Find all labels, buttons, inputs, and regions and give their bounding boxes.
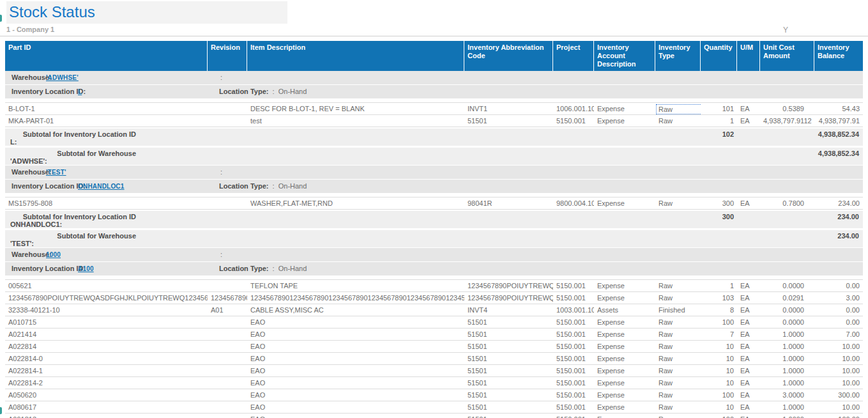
column-header-inv-acct-desc[interactable]: Inventory Account Description <box>594 41 655 71</box>
cell-revision[interactable]: 1234567890 <box>208 292 247 304</box>
cell-quantity[interactable]: 10 <box>701 401 737 413</box>
cell-part-id[interactable]: A022814 <box>5 341 208 352</box>
cell-project[interactable]: 5150.001 <box>553 414 594 418</box>
cell-inv-type[interactable]: Raw <box>655 341 701 352</box>
cell-inv-abbrev[interactable]: 51501 <box>464 115 553 127</box>
cell-um[interactable]: EA <box>737 353 760 364</box>
cell-unit-cost[interactable]: 1.0000 <box>760 401 814 413</box>
cell-inv-acct-desc[interactable]: Expense <box>594 389 655 401</box>
cell-inv-type[interactable]: Raw <box>655 280 701 291</box>
cell-inv-abbrev[interactable]: 51501 <box>464 365 553 376</box>
cell-part-id[interactable]: A022814-1 <box>5 365 208 376</box>
cell-inv-acct-desc[interactable]: Expense <box>594 197 655 209</box>
cell-inv-type[interactable]: Raw <box>655 365 701 376</box>
cell-inv-abbrev[interactable]: 51501 <box>464 414 553 418</box>
cell-unit-cost[interactable]: 1.0000 <box>760 365 814 376</box>
cell-inv-abbrev[interactable]: INVT4 <box>464 304 553 316</box>
cell-revision[interactable] <box>208 280 247 291</box>
cell-inv-acct-desc[interactable]: Expense <box>594 329 655 340</box>
cell-project[interactable]: 1003.001.10 <box>553 304 594 316</box>
column-header-part-id[interactable]: Part ID <box>5 41 208 71</box>
column-header-revision[interactable]: Revision <box>208 41 247 71</box>
cell-unit-cost[interactable]: 0.0000 <box>760 304 814 316</box>
cell-part-id[interactable]: A050620 <box>5 389 208 401</box>
cell-um[interactable]: EA <box>737 389 760 401</box>
cell-inv-acct-desc[interactable]: Expense <box>594 365 655 376</box>
cell-quantity[interactable]: 300 <box>701 197 737 209</box>
cell-inv-acct-desc[interactable]: Expense <box>594 115 655 127</box>
cell-inv-acct-desc[interactable]: Expense <box>594 414 655 418</box>
cell-item-description[interactable]: DESC FOR B-LOT-1, REV = BLANK <box>247 103 464 114</box>
cell-inv-abbrev[interactable]: INVT1 <box>464 103 553 114</box>
cell-um[interactable]: EA <box>737 414 760 418</box>
cell-um[interactable]: EA <box>737 103 760 114</box>
column-header-inv-type[interactable]: Inventory Type <box>655 41 701 71</box>
cell-quantity[interactable]: 1 <box>701 280 737 291</box>
cell-project[interactable]: 5150.001 <box>553 280 594 291</box>
cell-um[interactable]: EA <box>737 401 760 413</box>
cell-part-id[interactable]: MKA-PART-01 <box>5 115 208 127</box>
cell-inv-abbrev[interactable]: 51501 <box>464 353 553 364</box>
column-header-um[interactable]: U/M <box>737 41 760 71</box>
cell-revision[interactable] <box>208 401 247 413</box>
cell-quantity[interactable]: 100 <box>701 389 737 401</box>
cell-unit-cost[interactable]: 0.5389 <box>760 103 814 114</box>
cell-item-description[interactable]: WASHER,FLAT-MET,RND <box>247 197 464 209</box>
cell-um[interactable]: EA <box>737 304 760 316</box>
cell-part-id[interactable]: A021414 <box>5 329 208 340</box>
cell-quantity[interactable]: 10 <box>701 353 737 364</box>
cell-unit-cost[interactable]: 1.0000 <box>760 414 814 418</box>
cell-inv-balance[interactable]: 4,938,797.91 <box>814 115 863 127</box>
cell-um[interactable]: EA <box>737 365 760 376</box>
cell-revision[interactable] <box>208 316 247 328</box>
cell-quantity[interactable]: 100 <box>701 414 737 418</box>
inventory-location-link[interactable]: A100 <box>78 265 94 272</box>
cell-revision[interactable] <box>208 115 247 127</box>
cell-item-description[interactable]: EAO <box>247 329 464 340</box>
cell-part-id[interactable]: B-LOT-1 <box>5 103 208 114</box>
cell-unit-cost[interactable]: 3.0000 <box>760 389 814 401</box>
cell-inv-abbrev[interactable]: 1234567890POIUYTREWQ <box>464 280 553 291</box>
cell-inv-balance[interactable]: 10.00 <box>814 401 863 413</box>
cell-inv-abbrev[interactable]: 1234567890POIUYTREWQ <box>464 292 553 304</box>
cell-unit-cost[interactable]: 0.0291 <box>760 292 814 304</box>
cell-unit-cost[interactable]: 1.0000 <box>760 329 814 340</box>
cell-um[interactable]: EA <box>737 316 760 328</box>
cell-part-id[interactable]: A091813 <box>5 414 208 418</box>
cell-um[interactable]: EA <box>737 292 760 304</box>
cell-inv-balance[interactable]: 300.00 <box>814 389 863 401</box>
cell-inv-abbrev[interactable]: 51501 <box>464 341 553 352</box>
cell-part-id[interactable]: A080617 <box>5 401 208 413</box>
cell-part-id[interactable]: 32338-40121-10 <box>5 304 208 316</box>
cell-inv-balance[interactable]: 10.00 <box>814 377 863 389</box>
cell-part-id[interactable]: A010715 <box>5 316 208 328</box>
cell-inv-type[interactable]: Raw <box>655 414 701 418</box>
cell-revision[interactable] <box>208 341 247 352</box>
cell-um[interactable]: EA <box>737 197 760 209</box>
cell-inv-abbrev[interactable]: 51501 <box>464 377 553 389</box>
cell-revision[interactable] <box>208 353 247 364</box>
cell-unit-cost[interactable]: 0.0000 <box>760 316 814 328</box>
cell-project[interactable]: 5150.001 <box>553 316 594 328</box>
cell-quantity[interactable]: 8 <box>701 304 737 316</box>
cell-inv-balance[interactable]: 7.00 <box>814 329 863 340</box>
column-header-unit-cost[interactable]: Unit Cost Amount <box>760 41 814 71</box>
cell-quantity[interactable]: 1 <box>701 115 737 127</box>
cell-inv-type[interactable]: Raw <box>655 115 701 127</box>
cell-um[interactable]: EA <box>737 115 760 127</box>
cell-item-description[interactable]: test <box>247 115 464 127</box>
warehouse-link[interactable]: 'TEST' <box>46 169 66 176</box>
cell-inv-acct-desc[interactable]: Expense <box>594 103 655 114</box>
cell-project[interactable]: 9800.004.10 <box>553 197 594 209</box>
cell-inv-abbrev[interactable]: 98041R <box>464 197 553 209</box>
cell-part-id[interactable]: 005621 <box>5 280 208 291</box>
cell-unit-cost[interactable]: 0.0000 <box>760 280 814 291</box>
cell-project[interactable]: 5150.001 <box>553 115 594 127</box>
cell-inv-abbrev[interactable]: 51501 <box>464 329 553 340</box>
cell-inv-acct-desc[interactable]: Expense <box>594 377 655 389</box>
focused-cell-outline[interactable]: Raw <box>656 104 701 114</box>
cell-part-id[interactable]: A022814-0 <box>5 353 208 364</box>
cell-inv-acct-desc[interactable]: Expense <box>594 316 655 328</box>
cell-item-description[interactable]: 1234567890123456789012345678901234567890… <box>247 292 464 304</box>
cell-project[interactable]: 1006.001.10 <box>553 103 594 114</box>
